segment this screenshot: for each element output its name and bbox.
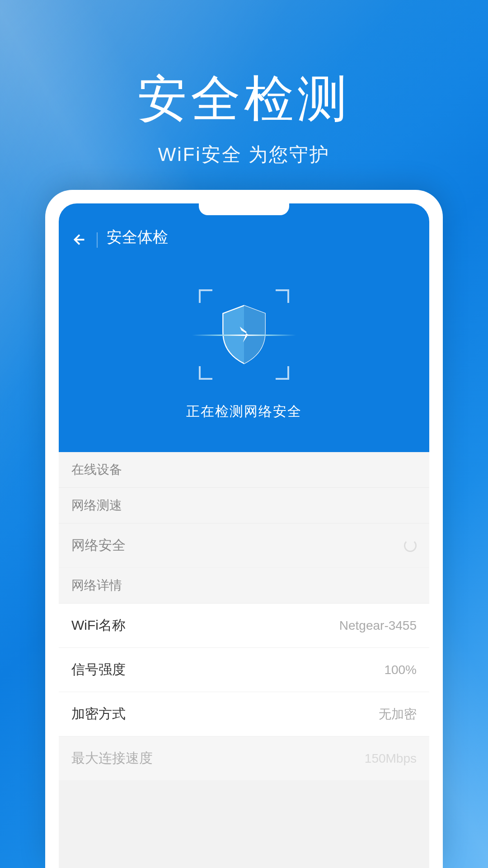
hero-subtitle: WiFi安全 为您守护 — [0, 142, 488, 167]
back-button[interactable] — [71, 231, 88, 248]
encryption-label: 加密方式 — [71, 705, 126, 723]
scan-line — [192, 335, 296, 336]
scan-area: 正在检测网络安全 — [59, 258, 429, 452]
encryption-value: 无加密 — [379, 706, 417, 723]
scan-frame — [199, 289, 289, 380]
wifi-name-value: Netgear-3455 — [339, 618, 417, 633]
section-network-security[interactable]: 网络安全 — [59, 524, 429, 568]
row-signal: 信号强度 100% — [59, 648, 429, 692]
row-encryption: 加密方式 无加密 — [59, 692, 429, 736]
header-divider — [97, 232, 98, 248]
scan-status-text: 正在检测网络安全 — [186, 402, 302, 421]
row-max-speed: 最大连接速度 150Mbps — [59, 736, 429, 781]
section-network-speed[interactable]: 网络测速 — [59, 488, 429, 524]
header-title: 安全体检 — [107, 227, 168, 248]
section-online-devices[interactable]: 在线设备 — [59, 452, 429, 488]
hero-section: 安全检测 WiFi安全 为您守护 — [0, 0, 488, 167]
row-wifi-name: WiFi名称 Netgear-3455 — [59, 604, 429, 648]
arrow-left-icon — [71, 231, 88, 248]
spinner-icon — [404, 539, 417, 552]
phone-mockup: 安全体检 正在检测网络安全 在线设备 网络测速 网络安全 — [45, 190, 443, 868]
hero-title: 安全检测 — [0, 66, 488, 133]
wifi-name-label: WiFi名称 — [71, 616, 126, 635]
max-speed-label: 最大连接速度 — [71, 749, 153, 768]
network-security-label: 网络安全 — [71, 536, 126, 555]
max-speed-value: 150Mbps — [365, 751, 417, 766]
signal-value: 100% — [384, 663, 417, 677]
section-network-details: 网络详情 — [59, 568, 429, 604]
signal-label: 信号强度 — [71, 660, 126, 679]
